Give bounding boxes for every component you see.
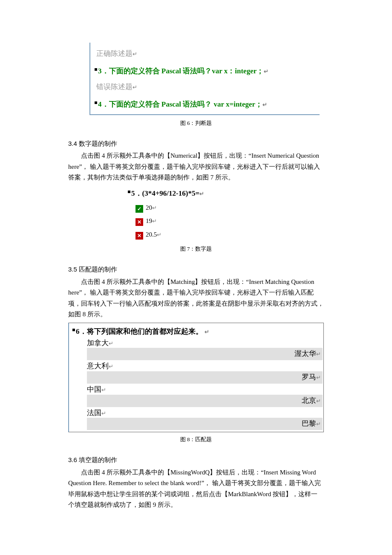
figure-8-caption: 图 8：匹配题 bbox=[68, 435, 324, 444]
option-correct: ✓20↵ bbox=[135, 202, 324, 214]
match-answer: 罗马↵ bbox=[87, 371, 323, 384]
label-wrong-statement: 错误陈述题↵ bbox=[96, 81, 315, 93]
figure-6-caption: 图 6：判断题 bbox=[68, 119, 324, 128]
figure-6-box: 正确陈述题↵ 3．下面的定义符合 Pascal 语法吗？var x：intege… bbox=[89, 43, 320, 115]
check-icon: ✓ bbox=[135, 205, 143, 213]
match-item: 意大利↵ bbox=[87, 361, 323, 371]
match-answer: 巴黎↵ bbox=[87, 418, 323, 430]
figure-8-box: 6．将下列国家和他们的首都对应起来。 ↵ 加拿大↵ 渥太华↵ 意大利↵ 罗马↵ … bbox=[68, 323, 324, 433]
question-3: 3．下面的定义符合 Pascal 语法吗？var x：integer；↵ bbox=[95, 65, 315, 78]
heading-3-4: 3.4 数字题的制作 bbox=[68, 138, 324, 149]
heading-3-5: 3.5 匹配题的制作 bbox=[68, 264, 324, 275]
match-answer: 北京↵ bbox=[87, 395, 323, 407]
cross-icon: ✕ bbox=[135, 218, 143, 226]
paragraph-3-5: 点击图 4 所示额外工具条中的【Matching】按钮后，出现：“Insert … bbox=[68, 277, 324, 320]
figure-7-caption: 图 7：数字题 bbox=[68, 244, 324, 254]
heading-3-6: 3.6 填空题的制作 bbox=[68, 454, 324, 465]
figure-7-box: 5．(3*4+96/12-16)*5=↵ ✓20↵ ✕19↵ ✕20.5↵ bbox=[128, 188, 324, 240]
match-item: 法国↵ bbox=[87, 408, 323, 418]
question-6: 6．将下列国家和他们的首都对应起来。 ↵ bbox=[72, 326, 323, 338]
label-correct-statement: 正确陈述题↵ bbox=[96, 48, 315, 60]
cross-icon: ✕ bbox=[135, 232, 143, 240]
question-4: 4．下面的定义符合 Pascal 语法吗？ var x=integer；↵ bbox=[95, 98, 315, 111]
option-wrong-2: ✕20.5↵ bbox=[135, 229, 324, 240]
paragraph-3-4: 点击图 4 所示额外工具条中的【Numerical】按钮后，出现：“Insert… bbox=[68, 150, 324, 183]
match-answer: 渥太华↵ bbox=[87, 348, 323, 360]
option-wrong-1: ✕19↵ bbox=[135, 216, 324, 227]
match-item: 加拿大↵ bbox=[87, 338, 323, 348]
question-5: 5．(3*4+96/12-16)*5=↵ bbox=[128, 188, 324, 200]
match-item: 中国↵ bbox=[87, 384, 323, 395]
paragraph-3-6: 点击图 4 所示额外工具条中的【MissingWordQ】按钮后，出现：“Ins… bbox=[68, 467, 324, 511]
